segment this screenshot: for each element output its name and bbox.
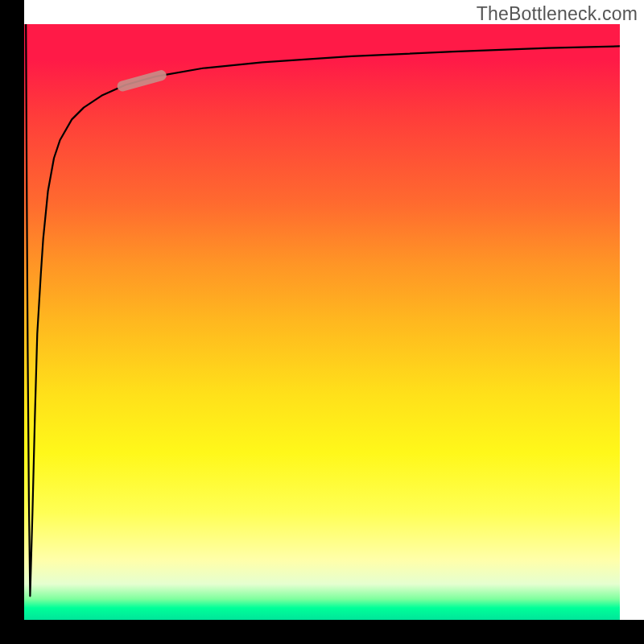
- x-axis: [0, 620, 644, 644]
- watermark-text: TheBottleneck.com: [477, 3, 638, 25]
- plot-gradient-background: [24, 24, 620, 620]
- chart-container: TheBottleneck.com: [0, 0, 644, 644]
- y-axis: [0, 0, 24, 644]
